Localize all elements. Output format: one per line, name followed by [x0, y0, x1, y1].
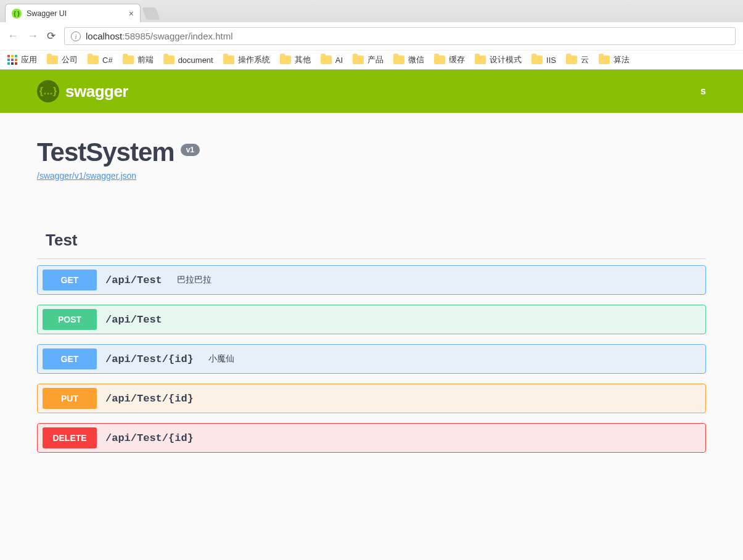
bookmark-label: 设计模式 [490, 54, 522, 65]
apps-label: 应用 [21, 54, 37, 65]
operation-path: /api/Test [105, 314, 162, 326]
operations-list: GET/api/Test巴拉巴拉POST/api/TestGET/api/Tes… [37, 265, 706, 453]
operation-path: /api/Test/{id} [105, 432, 194, 444]
bookmark-label: 其他 [295, 54, 311, 65]
folder-icon [353, 56, 364, 64]
bookmark-label: 缓存 [449, 54, 465, 65]
folder-icon [566, 56, 577, 64]
bookmark-folder[interactable]: 公司 [47, 54, 78, 65]
bookmark-label: 算法 [614, 54, 630, 65]
api-title: TestSystem [37, 138, 174, 167]
folder-icon [163, 56, 174, 64]
swagger-logo-icon: {…} [37, 80, 59, 102]
bookmark-folder[interactable]: IIS [532, 54, 556, 65]
folder-icon [393, 56, 404, 64]
folder-icon [434, 56, 445, 64]
operation-summary: 巴拉巴拉 [177, 274, 211, 286]
apps-shortcut[interactable]: 应用 [7, 54, 37, 65]
reload-icon[interactable]: ⟳ [47, 30, 55, 43]
bookmark-folder[interactable]: 前端 [123, 54, 154, 65]
spec-url-link[interactable]: /swagger/v1/swagger.json [37, 171, 136, 181]
operation-path: /api/Test/{id} [105, 393, 194, 405]
site-info-icon[interactable]: i [71, 31, 81, 41]
apps-grid-icon [7, 55, 17, 65]
url-text: localhost:58985/swagger/index.html [86, 31, 233, 41]
back-arrow-icon[interactable]: ← [7, 30, 18, 43]
bookmark-label: document [178, 56, 213, 65]
new-tab-button[interactable] [142, 7, 160, 20]
swagger-logo[interactable]: {…} swagger [37, 80, 128, 102]
operation-path: /api/Test/{id} [105, 353, 194, 365]
bookmark-folder[interactable]: 操作系统 [223, 54, 270, 65]
forward-arrow-icon[interactable]: → [27, 30, 38, 43]
close-tab-icon[interactable]: × [129, 9, 134, 19]
browser-chrome: { } Swagger UI × ← → ⟳ i localhost:58985… [0, 0, 743, 70]
tag-header[interactable]: Test [37, 224, 706, 259]
swagger-topbar: {…} swagger s [0, 70, 743, 113]
folder-icon [532, 56, 543, 64]
operation-get[interactable]: GET/api/Test巴拉巴拉 [37, 265, 706, 295]
bookmark-folder[interactable]: 产品 [353, 54, 384, 65]
operation-put[interactable]: PUT/api/Test/{id} [37, 384, 706, 413]
folder-icon [123, 56, 134, 64]
bookmark-label: IIS [546, 56, 556, 65]
swagger-content: TestSystem v1 /swagger/v1/swagger.json T… [0, 113, 743, 487]
bookmark-label: 公司 [62, 54, 78, 65]
bookmark-folder[interactable]: AI [321, 54, 343, 65]
bookmark-label: 云 [581, 54, 589, 65]
operation-get[interactable]: GET/api/Test/{id}小魔仙 [37, 344, 706, 374]
bookmark-folder[interactable]: 缓存 [434, 54, 465, 65]
bookmark-label: 产品 [367, 54, 384, 65]
bookmark-folder[interactable]: 云 [566, 54, 589, 65]
folder-icon [475, 56, 486, 64]
api-title-row: TestSystem v1 [37, 138, 706, 167]
tab-title: Swagger UI [27, 9, 67, 18]
method-badge: PUT [43, 388, 97, 409]
folder-icon [88, 56, 99, 64]
bookmark-label: AI [335, 56, 343, 65]
bookmark-folder[interactable]: 微信 [393, 54, 424, 65]
bookmark-folder[interactable]: 设计模式 [475, 54, 522, 65]
tab-strip: { } Swagger UI × [0, 0, 743, 22]
operation-summary: 小魔仙 [208, 353, 234, 364]
bookmark-folder[interactable]: C# [88, 54, 113, 65]
method-badge: DELETE [43, 427, 97, 448]
topbar-right-cut: s [700, 86, 706, 97]
method-badge: POST [43, 309, 97, 330]
bookmark-folder[interactable]: document [163, 54, 213, 65]
method-badge: GET [43, 270, 97, 290]
tag-section: Test GET/api/Test巴拉巴拉POST/api/TestGET/ap… [37, 224, 706, 453]
bookmark-folder[interactable]: 其他 [280, 54, 311, 65]
bookmark-label: 微信 [408, 54, 424, 65]
bookmark-label: 操作系统 [238, 54, 270, 65]
folder-icon [47, 56, 58, 64]
folder-icon [321, 56, 332, 64]
bookmarks-bar: 应用 公司C#前端document操作系统其他AI产品微信缓存设计模式IIS云算… [0, 50, 743, 69]
bookmark-label: C# [102, 56, 113, 65]
bookmark-label: 前端 [138, 54, 154, 65]
folder-icon [280, 56, 291, 64]
swagger-brand-text: swagger [65, 82, 128, 101]
api-version-badge: v1 [181, 144, 200, 156]
operation-path: /api/Test [105, 274, 162, 286]
operation-delete[interactable]: DELETE/api/Test/{id} [37, 423, 706, 453]
folder-icon [599, 56, 610, 64]
bookmark-folder[interactable]: 算法 [599, 54, 630, 65]
address-bar[interactable]: i localhost:58985/swagger/index.html [64, 27, 736, 45]
browser-toolbar: ← → ⟳ i localhost:58985/swagger/index.ht… [0, 22, 743, 50]
browser-tab[interactable]: { } Swagger UI × [5, 4, 141, 22]
operation-post[interactable]: POST/api/Test [37, 305, 706, 334]
folder-icon [223, 56, 234, 64]
method-badge: GET [43, 348, 97, 369]
swagger-favicon-icon: { } [12, 9, 22, 19]
